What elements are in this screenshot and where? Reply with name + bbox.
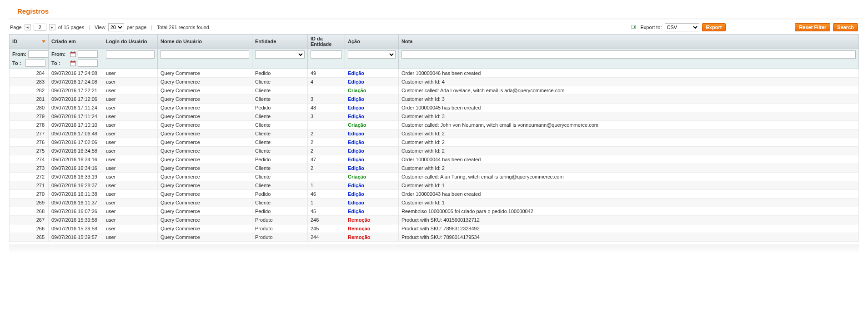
svg-rect-3 [71,51,71,53]
cell-entity: Cliente [252,164,308,173]
filter-note-input[interactable] [401,50,856,59]
page-prev-button[interactable]: ◂ [25,24,31,30]
cell-entity-id: 4 [308,78,345,86]
cell-id: 276 [10,138,49,147]
export-format-select[interactable]: CSV [665,23,699,31]
table-row[interactable]: 27909/07/2016 17:11:24userQuery Commerce… [10,112,859,121]
col-header-name[interactable]: Nome do Usuário [158,35,252,49]
export-icon [631,24,637,30]
cell-entity: Cliente [252,147,308,155]
col-header-login[interactable]: Login do Usuário [103,35,158,49]
cell-entity-id: 2 [308,129,345,138]
table-row[interactable]: 28309/07/2016 17:24:08userQuery Commerce… [10,78,859,86]
cell-login: user [103,95,158,104]
cell-entity-id: 46 [308,190,345,199]
cell-note: Order 100000046 has been created [399,69,859,78]
cell-note: Order 100000043 has been created [399,190,859,199]
filter-id-to-input[interactable] [25,60,45,67]
table-row[interactable]: 26609/07/2016 15:39:58userQuery Commerce… [10,224,859,233]
cell-entity-id [308,86,345,95]
cell-action: Edição [345,104,399,112]
col-header-entity-id[interactable]: ID da Entidade [308,35,345,49]
cell-entity-id: 2 [308,164,345,173]
view-per-page-select[interactable]: 20 [108,23,124,31]
cell-id: 284 [10,69,49,78]
cell-login: user [103,112,158,121]
cell-entity: Cliente [252,112,308,121]
cell-note: Product with SKU: 7898312328492 [399,224,859,233]
table-row[interactable]: 26909/07/2016 16:11:37userQuery Commerce… [10,199,859,207]
table-row[interactable]: 27609/07/2016 17:02:06userQuery Commerce… [10,138,859,147]
cell-created: 09/07/2016 16:07:26 [49,207,103,216]
cell-id: 266 [10,224,49,233]
cell-entity: Pedido [252,207,308,216]
filter-login-input[interactable] [106,50,155,59]
col-header-id[interactable]: ID [10,35,49,49]
table-row[interactable]: 27109/07/2016 16:28:37userQuery Commerce… [10,181,859,190]
table-row[interactable]: 27709/07/2016 17:06:48userQuery Commerce… [10,129,859,138]
filter-date-to-input[interactable] [78,60,98,67]
cell-created: 09/07/2016 16:34:58 [49,147,103,155]
cell-action: Edição [345,69,399,78]
table-row[interactable]: 27309/07/2016 16:34:16userQuery Commerce… [10,164,859,173]
cell-action: Edição [345,190,399,199]
cell-name: Query Commerce [158,181,252,190]
table-row[interactable]: 27809/07/2016 17:10:10userQuery Commerce… [10,121,859,129]
cell-entity-id: 3 [308,112,345,121]
table-row[interactable]: 27009/07/2016 16:11:38userQuery Commerce… [10,190,859,199]
sort-desc-icon [42,40,45,43]
cell-entity: Cliente [252,95,308,104]
calendar-icon[interactable] [70,51,76,57]
cell-created: 09/07/2016 17:24:08 [49,69,103,78]
table-row[interactable]: 26509/07/2016 15:39:57userQuery Commerce… [10,233,859,242]
svg-rect-4 [74,51,74,53]
cell-id: 277 [10,129,49,138]
table-row[interactable]: 28109/07/2016 17:12:06userQuery Commerce… [10,95,859,104]
cell-name: Query Commerce [158,224,252,233]
col-header-id-label: ID [12,39,17,44]
filter-id-from-input[interactable] [28,50,48,58]
cell-action: Criação [345,173,399,181]
table-row[interactable]: 26709/07/2016 15:39:58userQuery Commerce… [10,216,859,224]
filter-entity-id-input[interactable] [311,50,342,59]
col-header-note[interactable]: Nota [399,35,859,49]
table-row[interactable]: 28209/07/2016 17:22:21userQuery Commerce… [10,86,859,95]
page-number-input[interactable] [34,24,46,31]
cell-name: Query Commerce [158,147,252,155]
cell-login: user [103,104,158,112]
table-row[interactable]: 27509/07/2016 16:34:58userQuery Commerce… [10,147,859,155]
table-row[interactable]: 28009/07/2016 17:11:24userQuery Commerce… [10,104,859,112]
cell-note: Customer with Id: 2 [399,129,859,138]
cell-note: Customer with Id: 3 [399,112,859,121]
filter-action-select[interactable] [348,50,396,59]
cell-name: Query Commerce [158,86,252,95]
filter-date-from-input[interactable] [78,50,98,58]
table-row[interactable]: 28409/07/2016 17:24:08userQuery Commerce… [10,69,859,78]
cell-entity-id: 45 [308,207,345,216]
filter-name-input[interactable] [161,50,249,59]
cell-id: 283 [10,78,49,86]
svg-rect-8 [74,60,74,62]
cell-entity: Produto [252,224,308,233]
cell-note: Customer called: Ada Lovelace, witch ema… [399,86,859,95]
cell-name: Query Commerce [158,164,252,173]
table-row[interactable]: 27409/07/2016 16:34:16userQuery Commerce… [10,155,859,164]
cell-entity: Cliente [252,181,308,190]
cell-note: Customer with Id: 4 [399,78,859,86]
filter-entity-select[interactable] [255,50,305,59]
page-next-button[interactable]: ▸ [49,24,55,30]
table-row[interactable]: 27209/07/2016 16:33:19userQuery Commerce… [10,173,859,181]
cell-note: Product with SKU: 7896014179534 [399,233,859,242]
reset-filter-button[interactable]: Reset Filter [795,23,830,31]
cell-login: user [103,224,158,233]
cell-action: Edição [345,138,399,147]
col-header-created[interactable]: Criado em [49,35,103,49]
col-header-entity[interactable]: Entidade [252,35,308,49]
cell-created: 09/07/2016 17:11:24 [49,112,103,121]
search-button[interactable]: Search [833,23,858,31]
calendar-icon[interactable] [70,60,76,66]
cell-note: Order 100000045 has been created [399,104,859,112]
table-row[interactable]: 26809/07/2016 16:07:26userQuery Commerce… [10,207,859,216]
export-button[interactable]: Export [702,23,726,31]
col-header-action[interactable]: Ação [345,35,399,49]
